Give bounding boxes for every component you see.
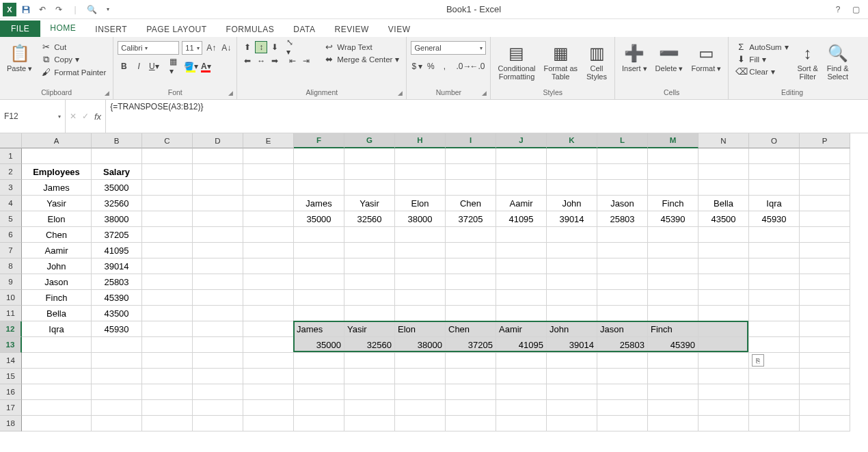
cell-P6[interactable] [800, 227, 850, 243]
cell-H2[interactable] [395, 164, 446, 180]
cell-N12[interactable] [699, 321, 749, 337]
cell-E15[interactable] [243, 369, 294, 384]
cell-I1[interactable] [446, 148, 496, 164]
cell-P13[interactable] [800, 337, 850, 353]
alignment-dialog-launcher[interactable]: ◢ [396, 89, 404, 97]
cell-C11[interactable] [142, 306, 193, 321]
font-dialog-launcher[interactable]: ◢ [226, 89, 234, 97]
cell-N16[interactable] [699, 384, 749, 400]
cell-E1[interactable] [243, 148, 294, 164]
align-top-button[interactable]: ⬆ [241, 41, 254, 53]
decrease-decimal-button[interactable]: ←.0 [471, 60, 483, 72]
cell-C18[interactable] [142, 416, 193, 431]
cell-C9[interactable] [142, 274, 193, 290]
cell-B3[interactable]: 35000 [92, 180, 142, 196]
cell-E7[interactable] [243, 243, 294, 258]
cell-P4[interactable] [800, 196, 850, 211]
cell-E8[interactable] [243, 258, 294, 274]
conditional-formatting-button[interactable]: ▤Conditional Formatting [495, 41, 538, 82]
enter-formula-button[interactable]: ✓ [82, 111, 89, 121]
cell-O13[interactable] [749, 337, 800, 353]
cell-P8[interactable] [800, 258, 850, 274]
cell-H14[interactable] [395, 353, 446, 369]
cell-E4[interactable] [243, 196, 294, 211]
cell-L11[interactable] [597, 306, 648, 321]
insert-function-button[interactable]: fx [94, 111, 101, 122]
cell-A14[interactable] [22, 353, 92, 369]
cell-I18[interactable] [446, 416, 496, 431]
cell-E2[interactable] [243, 164, 294, 180]
cell-K6[interactable] [547, 227, 597, 243]
row-header-8[interactable]: 8 [0, 258, 22, 274]
row-header-18[interactable]: 18 [0, 416, 22, 431]
cell-P11[interactable] [800, 306, 850, 321]
cell-B11[interactable]: 43500 [92, 306, 142, 321]
paste-options-button[interactable]: ⎘ [752, 354, 764, 367]
cell-D2[interactable] [193, 164, 243, 180]
cell-C15[interactable] [142, 369, 193, 384]
cell-M12[interactable]: Finch [648, 321, 699, 337]
font-color-button[interactable]: A ▾ [200, 60, 212, 72]
cell-I5[interactable]: 37205 [446, 211, 496, 227]
cell-J14[interactable] [496, 353, 547, 369]
cell-A3[interactable]: James [22, 180, 92, 196]
align-left-button[interactable]: ⬅ [241, 55, 254, 67]
align-bottom-button[interactable]: ⬇ [269, 41, 281, 53]
cell-F18[interactable] [294, 416, 344, 431]
cell-H10[interactable] [395, 290, 446, 306]
increase-decimal-button[interactable]: .0→ [457, 60, 470, 72]
cell-E5[interactable] [243, 211, 294, 227]
cell-E10[interactable] [243, 290, 294, 306]
cell-A5[interactable]: Elon [22, 211, 92, 227]
cell-O16[interactable] [749, 384, 800, 400]
cell-B8[interactable]: 39014 [92, 258, 142, 274]
fill-button[interactable]: ⬇Fill ▾ [733, 53, 791, 65]
cell-B10[interactable]: 45390 [92, 290, 142, 306]
cell-D14[interactable] [193, 353, 243, 369]
cell-J2[interactable] [496, 164, 547, 180]
cell-H11[interactable] [395, 306, 446, 321]
cut-button[interactable]: ✂Cut [38, 41, 109, 53]
cell-M16[interactable] [648, 384, 699, 400]
cell-H4[interactable]: Elon [395, 196, 446, 211]
cell-J16[interactable] [496, 384, 547, 400]
column-header-L[interactable]: L [597, 133, 648, 148]
name-box[interactable]: F12▾ [0, 100, 66, 133]
column-header-A[interactable]: A [22, 133, 92, 148]
column-header-F[interactable]: F [294, 133, 344, 148]
cell-H8[interactable] [395, 258, 446, 274]
cell-C8[interactable] [142, 258, 193, 274]
cell-M13[interactable]: 45390 [648, 337, 699, 353]
cell-K17[interactable] [547, 400, 597, 416]
cell-C1[interactable] [142, 148, 193, 164]
cell-C6[interactable] [142, 227, 193, 243]
cell-L7[interactable] [597, 243, 648, 258]
cell-H17[interactable] [395, 400, 446, 416]
cell-B1[interactable] [92, 148, 142, 164]
cell-J6[interactable] [496, 227, 547, 243]
cell-J18[interactable] [496, 416, 547, 431]
cell-O10[interactable] [749, 290, 800, 306]
cell-F16[interactable] [294, 384, 344, 400]
cell-H18[interactable] [395, 416, 446, 431]
cell-D11[interactable] [193, 306, 243, 321]
cell-C7[interactable] [142, 243, 193, 258]
cell-M1[interactable] [648, 148, 699, 164]
row-header-15[interactable]: 15 [0, 369, 22, 384]
cell-M7[interactable] [648, 243, 699, 258]
cell-F11[interactable] [294, 306, 344, 321]
cell-J5[interactable]: 41095 [496, 211, 547, 227]
cell-F14[interactable] [294, 353, 344, 369]
cell-L17[interactable] [597, 400, 648, 416]
cell-D4[interactable] [193, 196, 243, 211]
cell-P12[interactable] [800, 321, 850, 337]
cell-N3[interactable] [699, 180, 749, 196]
cell-J7[interactable] [496, 243, 547, 258]
cell-K9[interactable] [547, 274, 597, 290]
cell-K11[interactable] [547, 306, 597, 321]
cell-J15[interactable] [496, 369, 547, 384]
cell-A8[interactable]: John [22, 258, 92, 274]
align-center-button[interactable]: ↔ [255, 55, 267, 67]
tab-file[interactable]: FILE [0, 21, 40, 37]
column-header-H[interactable]: H [395, 133, 446, 148]
